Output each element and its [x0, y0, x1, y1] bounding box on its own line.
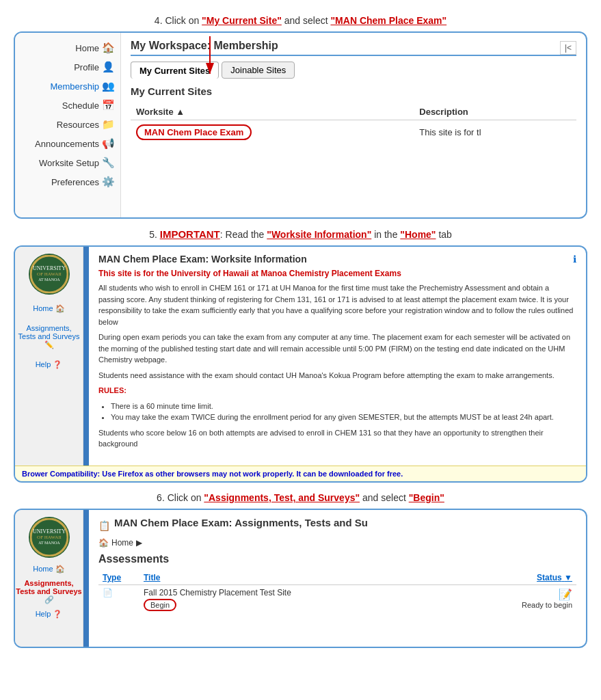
nav-assignments-active: Assignments, Tests and Surveys [16, 579, 81, 595]
worksite-icon: 🔧 [102, 157, 115, 169]
table-row: MAN Chem Place Exam This site is for tl [131, 120, 576, 145]
compat-bar: Brower Compatibility: Use Firefox as oth… [15, 466, 586, 481]
nav-home-label: Home [75, 43, 99, 53]
sort-icon: ▼ [564, 573, 572, 582]
nav-resources[interactable]: Resources 📁 [15, 115, 120, 134]
nav-home[interactable]: Home 🏠 [15, 38, 120, 57]
svg-text:UNIVERSITY: UNIVERSITY [33, 528, 66, 535]
current-sites-heading: My Current Sites [131, 85, 576, 97]
sites-table: Worksite ▲ Description MAN Chem Place Ex… [131, 104, 576, 144]
step5-main: MAN Chem Place Exam: Worksite Informatio… [89, 247, 586, 466]
step5-logo: UNIVERSITY OF HAWAII AT MANOA [29, 254, 70, 295]
step5-nav-assignments[interactable]: Assignments, Tests and Surveys ✏️ [15, 321, 83, 352]
info-icon: ℹ [573, 254, 576, 265]
breadcrumb-home: Home [111, 538, 133, 548]
page-icon: 📋 [98, 520, 110, 531]
para3: Students need assistance with the exam s… [98, 370, 576, 381]
step4-label: 4. Click on "My Current Site" and select… [14, 15, 587, 26]
site-name-cell: MAN Chem Place Exam [131, 120, 414, 145]
resources-icon: 📁 [102, 118, 115, 131]
step4-link1: "My Current Site" [202, 15, 282, 26]
profile-icon: 👤 [102, 61, 115, 73]
help-icon2: ❓ [53, 610, 62, 618]
nav-help-link: Help [36, 360, 51, 368]
status-cell: 📝 Ready to begin [494, 585, 576, 615]
step6-nav-assignments[interactable]: Assignments, Tests and Surveys 🔗 [15, 579, 83, 604]
step6-sidebar: UNIVERSITY OF HAWAII AT MANOA Home 🏠 Ass… [15, 510, 83, 647]
step6-nav-help[interactable]: Help ❓ [36, 610, 63, 619]
nav-preferences-label: Preferences [51, 177, 99, 187]
tab-joinable-sites[interactable]: Joinable Sites [222, 62, 295, 79]
blue-bar [83, 247, 89, 466]
step6-label: 6. Click on "Assignments, Test, and Surv… [14, 492, 587, 503]
step6-screenshot: UNIVERSITY OF HAWAII AT MANOA Home 🏠 Ass… [14, 509, 587, 648]
worksite-info-title: MAN Chem Place Exam: Worksite Informatio… [98, 254, 307, 265]
step5-link1: "Worksite Information" [267, 229, 371, 240]
svg-text:OF HAWAII: OF HAWAII [37, 535, 62, 540]
col-title: Title [139, 571, 494, 585]
info-body: All students who wish to enroll in CHEM … [98, 282, 576, 450]
man-chem-link[interactable]: MAN Chem Place Exam [136, 124, 252, 140]
col-description: Description [414, 104, 576, 120]
step6-nav-home[interactable]: Home 🏠 [33, 565, 64, 574]
blue-bar2 [83, 510, 89, 647]
schedule-icon: 📅 [102, 99, 115, 111]
assessments-heading: Assessments [98, 553, 576, 565]
nav-worksite-label: Worksite Setup [39, 158, 99, 168]
nav-assignments-link: Assignments, Tests and Surveys [18, 324, 80, 340]
step5-sidebar: UNIVERSITY OF HAWAII AT MANOA Home 🏠 Ass… [15, 247, 83, 466]
step5-link2: "Home" [400, 229, 436, 240]
nav-schedule[interactable]: Schedule 📅 [15, 96, 120, 115]
rules-heading: RULES: [98, 385, 576, 396]
para4: Students who score below 16 on both atte… [98, 427, 576, 450]
step5-label: 5. IMPORTANT: Read the "Worksite Informa… [14, 228, 587, 240]
status-icon: 📝 [498, 588, 572, 601]
title-cell: Fall 2015 Chemistry Placement Test Site … [139, 585, 494, 615]
begin-button[interactable]: Begin [144, 599, 176, 611]
nav-announcements[interactable]: Announcements 📢 [15, 134, 120, 153]
pencil-icon: ✏️ [44, 340, 54, 349]
rule1: There is a 60 minute time limit. [111, 401, 576, 412]
nav-home-link: Home [33, 304, 53, 312]
step5-nav-home[interactable]: Home 🏠 [30, 301, 67, 316]
step5-nav-help[interactable]: Help ❓ [33, 358, 66, 372]
nav-profile[interactable]: Profile 👤 [15, 57, 120, 77]
tab-current-sites[interactable]: My Current Sites [131, 62, 219, 79]
nav-resources-label: Resources [57, 120, 99, 130]
link-icon: 🔗 [44, 595, 54, 604]
assessment-title: Fall 2015 Chemistry Placement Test Site [144, 588, 291, 597]
type-cell: 📄 [98, 585, 139, 615]
uh-logo-svg2: UNIVERSITY OF HAWAII AT MANOA [30, 518, 68, 556]
home-icon: 🏠 [102, 42, 115, 54]
home-icon3: 🏠 [98, 538, 109, 548]
step6-link1: "Assignments, Test, and Surveys" [204, 492, 360, 503]
nav-membership-label: Membership [50, 81, 99, 92]
step4-sidebar: Home 🏠 Profile 👤 Membership 👥 Schedule 📅… [15, 33, 121, 217]
rule2: You may take the exam TWICE during the e… [111, 412, 576, 423]
nav-home-link2: Home [33, 565, 53, 573]
site-desc-cell: This site is for tl [414, 120, 576, 145]
workspace-title: My Workspace: Membership [131, 40, 576, 56]
step4-link2: "MAN Chem Place Exam" [330, 15, 446, 26]
nav-preferences[interactable]: Preferences ⚙️ [15, 172, 120, 191]
status-label: Ready to begin [498, 601, 572, 609]
assessments-table: Type Title Status ▼ 📄 [98, 571, 576, 614]
col-status: Status ▼ [494, 571, 576, 585]
preferences-icon: ⚙️ [102, 176, 115, 188]
step4-screenshot: Home 🏠 Profile 👤 Membership 👥 Schedule 📅… [14, 31, 587, 219]
membership-icon: 👥 [102, 80, 115, 92]
step4-main: My Workspace: Membership My Current Site… [121, 33, 586, 217]
assessment-row: 📄 Fall 2015 Chemistry Placement Test Sit… [98, 585, 576, 615]
svg-text:AT MANOA: AT MANOA [38, 278, 60, 282]
col-type: Type [98, 571, 139, 585]
pagination[interactable]: |< [560, 41, 576, 55]
step6-title-row: 📋 MAN Chem Place Exam: Assignments, Test… [98, 517, 576, 534]
tabs-row: My Current Sites Joinable Sites [131, 62, 576, 79]
rules-list: There is a 60 minute time limit. You may… [111, 401, 576, 423]
nav-worksite-setup[interactable]: Worksite Setup 🔧 [15, 153, 120, 172]
step6-logo: UNIVERSITY OF HAWAII AT MANOA [29, 517, 70, 558]
info-subtitle: This site is for the University of Hawai… [98, 269, 576, 278]
nav-membership[interactable]: Membership 👥 [15, 77, 120, 96]
svg-text:AT MANOA: AT MANOA [38, 541, 60, 545]
para2: During open exam periods you can take th… [98, 332, 576, 366]
